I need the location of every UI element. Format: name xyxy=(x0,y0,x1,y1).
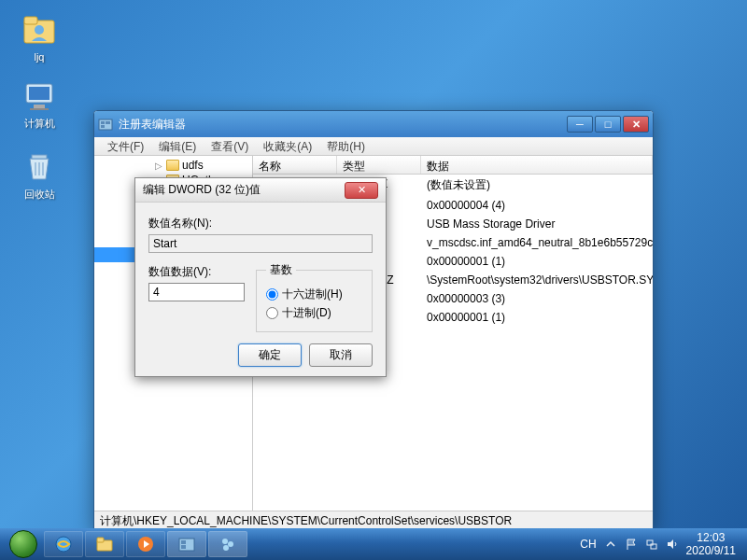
svg-point-25 xyxy=(223,545,229,551)
cancel-button[interactable]: 取消 xyxy=(309,343,373,367)
menu-view[interactable]: 查看(V) xyxy=(204,137,256,155)
dialog-title: 编辑 DWORD (32 位)值 xyxy=(143,182,345,198)
volume-icon[interactable] xyxy=(666,538,679,551)
window-buttons: ─ □ ✕ xyxy=(567,116,649,133)
base-legend: 基数 xyxy=(266,262,296,278)
base-fieldset: 基数 十六进制(H) 十进制(D) xyxy=(256,262,373,332)
maximize-button[interactable]: □ xyxy=(595,116,621,133)
tray-clock[interactable]: 12:03 2020/9/11 xyxy=(686,531,736,558)
col-type[interactable]: 类型 xyxy=(337,156,421,174)
statusbar: 计算机\HKEY_LOCAL_MACHINE\SYSTEM\CurrentCon… xyxy=(94,511,653,529)
start-button[interactable] xyxy=(4,530,43,558)
titlebar[interactable]: 注册表编辑器 ─ □ ✕ xyxy=(94,111,653,137)
menu-edit[interactable]: 编辑(E) xyxy=(151,137,204,155)
computer-icon xyxy=(21,77,58,114)
desktop-icon-computer[interactable]: 计算机 xyxy=(11,77,67,131)
list-header: 名称 类型 数据 xyxy=(253,156,653,175)
svg-rect-22 xyxy=(181,545,186,549)
menu-help[interactable]: 帮助(H) xyxy=(319,137,373,155)
windows-orb-icon xyxy=(9,530,37,558)
dialog-buttons: 确定 取消 xyxy=(148,343,373,367)
svg-rect-20 xyxy=(179,539,194,551)
window-title: 注册表编辑器 xyxy=(119,117,567,133)
edit-dword-dialog: 编辑 DWORD (32 位)值 ✕ 数值名称(N): Start 数值数据(V… xyxy=(134,177,387,377)
dialog-body: 数值名称(N): Start 数值数据(V): 基数 十六进制(H) 十进制(D… xyxy=(135,203,386,376)
clock-time: 12:03 xyxy=(686,531,736,544)
tree-item[interactable]: ▷udfs xyxy=(94,158,252,173)
menu-favorites[interactable]: 收藏夹(A) xyxy=(256,137,319,155)
svg-rect-17 xyxy=(97,538,104,542)
svg-point-24 xyxy=(228,541,233,547)
taskbar-app[interactable] xyxy=(208,531,247,557)
col-data[interactable]: 数据 xyxy=(421,156,653,174)
network-icon[interactable] xyxy=(645,538,658,551)
regedit-icon xyxy=(98,117,113,132)
col-name[interactable]: 名称 xyxy=(253,156,337,174)
value-data-input[interactable] xyxy=(148,283,245,301)
svg-rect-4 xyxy=(29,87,49,100)
svg-rect-11 xyxy=(99,119,112,130)
close-button[interactable]: ✕ xyxy=(623,116,649,133)
taskbar-regedit[interactable] xyxy=(167,531,206,557)
system-tray: CH 12:03 2020/9/11 xyxy=(572,531,743,558)
radio-dec[interactable] xyxy=(266,307,278,319)
ok-button[interactable]: 确定 xyxy=(238,343,302,367)
icon-label: 计算机 xyxy=(11,117,67,131)
menubar: 文件(F) 编辑(E) 查看(V) 收藏夹(A) 帮助(H) xyxy=(94,137,653,156)
tray-lang[interactable]: CH xyxy=(580,538,596,551)
value-data-label: 数值数据(V): xyxy=(148,264,245,280)
icon-label: ljq xyxy=(11,51,67,63)
dialog-close-button[interactable]: ✕ xyxy=(345,182,378,199)
svg-rect-5 xyxy=(34,105,45,108)
value-name-field: Start xyxy=(148,234,373,253)
clock-date: 2020/9/11 xyxy=(686,544,736,557)
taskbar-explorer[interactable] xyxy=(85,531,124,557)
desktop-icon-user[interactable]: ljq xyxy=(11,11,67,63)
value-name-label: 数值名称(N): xyxy=(148,216,373,231)
svg-rect-13 xyxy=(101,125,105,128)
svg-rect-12 xyxy=(101,121,105,124)
svg-rect-21 xyxy=(181,540,186,544)
svg-point-23 xyxy=(222,539,228,544)
radio-dec-label: 十进制(D) xyxy=(282,305,331,321)
tray-up-icon[interactable] xyxy=(604,538,617,551)
dialog-titlebar[interactable]: 编辑 DWORD (32 位)值 ✕ xyxy=(135,178,386,203)
user-folder-icon xyxy=(21,11,58,49)
taskbar: CH 12:03 2020/9/11 xyxy=(0,528,747,560)
svg-point-2 xyxy=(35,25,44,35)
taskbar-ie[interactable] xyxy=(44,531,83,557)
flag-icon[interactable] xyxy=(625,538,638,551)
svg-rect-6 xyxy=(30,108,49,110)
svg-rect-7 xyxy=(32,155,47,159)
desktop-icon-recycle[interactable]: 回收站 xyxy=(11,147,67,202)
recycle-bin-icon xyxy=(21,147,58,185)
taskbar-wmp[interactable] xyxy=(126,531,165,557)
radio-hex-label: 十六进制(H) xyxy=(282,287,343,302)
minimize-button[interactable]: ─ xyxy=(567,116,593,133)
svg-rect-1 xyxy=(24,17,37,24)
menu-file[interactable]: 文件(F) xyxy=(100,137,151,155)
svg-rect-14 xyxy=(106,121,110,124)
radio-hex[interactable] xyxy=(266,288,278,301)
icon-label: 回收站 xyxy=(11,188,67,202)
